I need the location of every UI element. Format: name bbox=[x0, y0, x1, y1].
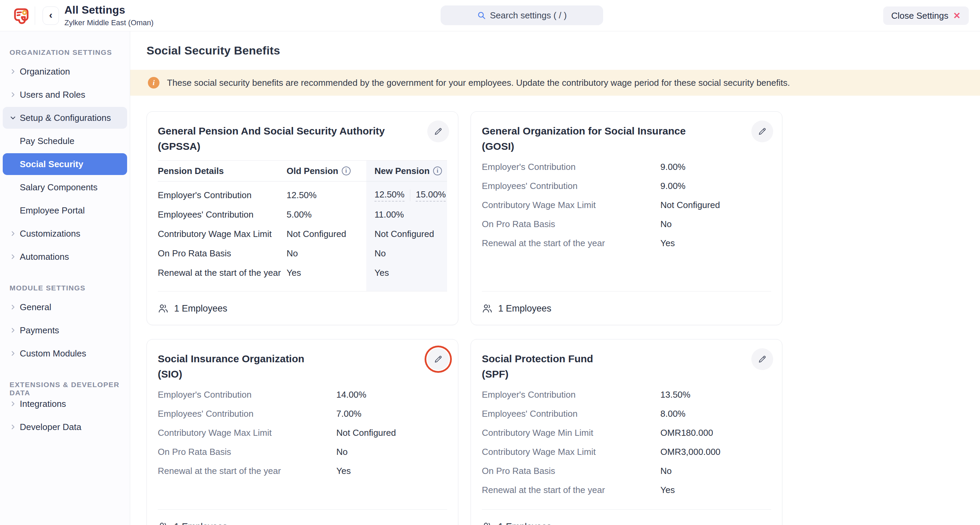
detail-row: On Pro Rata BasisNo bbox=[482, 462, 771, 481]
section-extensions-developer-data: EXTENSIONS & DEVELOPER DATA bbox=[10, 381, 130, 390]
edit-gosi-button[interactable] bbox=[751, 121, 773, 142]
employees-footer: 1 Employees bbox=[158, 509, 447, 525]
card-gpssa: General Pension And Social Security Auth… bbox=[146, 111, 458, 325]
detail-row: Contributory Wage Max LimitNot Configure… bbox=[158, 423, 447, 442]
employees-count[interactable]: 1 Employees bbox=[498, 522, 551, 525]
row-value: OMR180.000 bbox=[660, 428, 713, 438]
card-title: Social Protection Fund (SPF) bbox=[482, 351, 771, 382]
close-settings-label: Close Settings bbox=[891, 11, 949, 21]
row-value: Yes bbox=[660, 238, 675, 249]
detail-row: Employer's Contribution9.00% bbox=[482, 157, 771, 176]
row-label: Employees' Contribution bbox=[158, 409, 336, 419]
sidebar-item-label: Employee Portal bbox=[20, 205, 85, 216]
card-sio: Social Insurance Organization (SIO) Empl… bbox=[146, 339, 458, 525]
old-pension-value: No bbox=[286, 248, 367, 259]
row-value: 13.50% bbox=[660, 390, 690, 400]
sidebar-item-automations[interactable]: Automations bbox=[3, 246, 127, 268]
sidebar-item-users-and-roles[interactable]: Users and Roles bbox=[3, 84, 127, 106]
back-button[interactable]: ‹ bbox=[43, 6, 59, 25]
sidebar-item-label: Pay Schedule bbox=[20, 136, 74, 146]
chevron-right-icon bbox=[10, 423, 20, 430]
row-label: Renewal at the start of the year bbox=[482, 485, 660, 495]
detail-row: Employees' Contribution7.00% bbox=[158, 404, 447, 423]
old-pension-value: Not Configured bbox=[286, 229, 367, 240]
page-title: Social Security Benefits bbox=[146, 44, 280, 57]
search-settings-input[interactable]: Search settings ( / ) bbox=[441, 5, 603, 25]
row-label: Renewal at the start of the year bbox=[158, 268, 286, 278]
row-label: On Pro Rata Basis bbox=[482, 219, 660, 230]
info-icon[interactable]: i bbox=[433, 167, 442, 175]
sidebar-item-label: Customizations bbox=[20, 228, 80, 239]
section-organization-settings: ORGANIZATION SETTINGS bbox=[10, 48, 130, 57]
edit-gpssa-button[interactable] bbox=[427, 121, 449, 142]
row-label: Employer's Contribution bbox=[482, 390, 660, 400]
chevron-left-icon: ‹ bbox=[49, 10, 52, 20]
search-placeholder: Search settings ( / ) bbox=[490, 10, 567, 21]
new-pension-editable-value[interactable]: 15.00% bbox=[416, 189, 446, 201]
card-title: General Pension And Social Security Auth… bbox=[158, 123, 447, 154]
info-banner: i These social security benefits are rec… bbox=[130, 70, 980, 96]
page-header-title: All Settings bbox=[64, 4, 154, 16]
row-label: Renewal at the start of the year bbox=[482, 238, 660, 249]
detail-row: Contributory Wage Max LimitOMR3,000.000 bbox=[482, 442, 771, 462]
employees-count[interactable]: 1 Employees bbox=[174, 522, 227, 525]
sidebar-item-social-security[interactable]: Social Security bbox=[3, 153, 127, 175]
employees-icon bbox=[482, 521, 493, 525]
info-banner-text: These social security benefits are recom… bbox=[167, 78, 790, 88]
card-title-line2: (SPF) bbox=[482, 368, 508, 380]
sidebar-item-general[interactable]: General bbox=[3, 296, 127, 318]
sidebar-item-developer-data[interactable]: Developer Data bbox=[3, 416, 127, 438]
row-value: No bbox=[660, 466, 671, 476]
sidebar-item-custom-modules[interactable]: Custom Modules bbox=[3, 343, 127, 364]
employees-count[interactable]: 1 Employees bbox=[174, 303, 227, 314]
info-icon[interactable]: i bbox=[342, 167, 351, 175]
employees-icon bbox=[482, 303, 493, 314]
detail-row: Employees' Contribution9.00% bbox=[482, 176, 771, 195]
row-label: Employer's Contribution bbox=[482, 162, 660, 172]
sidebar-item-salary-components[interactable]: Salary Components bbox=[3, 176, 127, 198]
new-pension-value: No bbox=[367, 248, 447, 259]
new-pension-value: Not Configured bbox=[367, 229, 447, 240]
row-label: Renewal at the start of the year bbox=[158, 466, 336, 476]
sidebar-item-pay-schedule[interactable]: Pay Schedule bbox=[3, 130, 127, 152]
row-label: Employees' Contribution bbox=[482, 181, 660, 191]
sidebar-item-customizations[interactable]: Customizations bbox=[3, 223, 127, 244]
sidebar-item-label: Users and Roles bbox=[20, 90, 85, 100]
chevron-right-icon bbox=[10, 304, 20, 311]
employees-count[interactable]: 1 Employees bbox=[498, 303, 551, 314]
old-pension-value: 12.50% bbox=[286, 190, 367, 201]
sidebar-item-organization[interactable]: Organization bbox=[3, 60, 127, 82]
edit-spf-button[interactable] bbox=[751, 348, 773, 370]
employees-footer: 1 Employees bbox=[482, 509, 771, 525]
new-pension-editable-value[interactable]: 12.50% bbox=[374, 189, 404, 201]
sidebar-item-setup-and-configurations[interactable]: Setup & Configurations bbox=[3, 107, 127, 129]
column-old-pension-label: Old Pension bbox=[286, 166, 338, 176]
payroll-app-logo-icon bbox=[12, 7, 30, 24]
detail-row: Renewal at the start of the yearYes bbox=[158, 462, 447, 481]
sidebar-item-employee-portal[interactable]: Employee Portal bbox=[3, 200, 127, 221]
card-title: Social Insurance Organization (SIO) bbox=[158, 351, 447, 382]
detail-row: Employer's Contribution13.50% bbox=[482, 385, 771, 404]
card-title-line2: (SIO) bbox=[158, 368, 182, 380]
row-value: Yes bbox=[660, 485, 675, 495]
sidebar-item-payments[interactable]: Payments bbox=[3, 319, 127, 341]
old-pension-value: Yes bbox=[286, 268, 367, 278]
new-pension-value: 12.50%15.00% bbox=[367, 189, 447, 201]
search-icon bbox=[477, 11, 486, 20]
card-title-line2: (GPSSA) bbox=[158, 141, 200, 152]
edit-sio-button-highlighted[interactable] bbox=[427, 348, 449, 370]
detail-row: Employees' Contribution8.00% bbox=[482, 404, 771, 423]
detail-row: Contributory Wage Min LimitOMR180.000 bbox=[482, 423, 771, 442]
row-label: On Pro Rata Basis bbox=[158, 447, 336, 457]
row-value: 9.00% bbox=[660, 181, 686, 191]
info-icon: i bbox=[148, 77, 159, 89]
organization-name: Zylker Middle East (Oman) bbox=[64, 18, 154, 27]
detail-row: Renewal at the start of the yearYes bbox=[482, 481, 771, 500]
main-content: Social Security Benefits i These social … bbox=[130, 31, 980, 525]
table-row: Employees' Contribution 5.00% 11.00% bbox=[158, 205, 447, 224]
close-settings-button[interactable]: Close Settings ✕ bbox=[883, 6, 969, 25]
column-new-pension: New Pension i bbox=[367, 166, 447, 176]
column-old-pension: Old Pension i bbox=[286, 166, 367, 176]
sidebar-item-label: Salary Components bbox=[20, 182, 97, 193]
chevron-down-icon bbox=[10, 114, 20, 121]
